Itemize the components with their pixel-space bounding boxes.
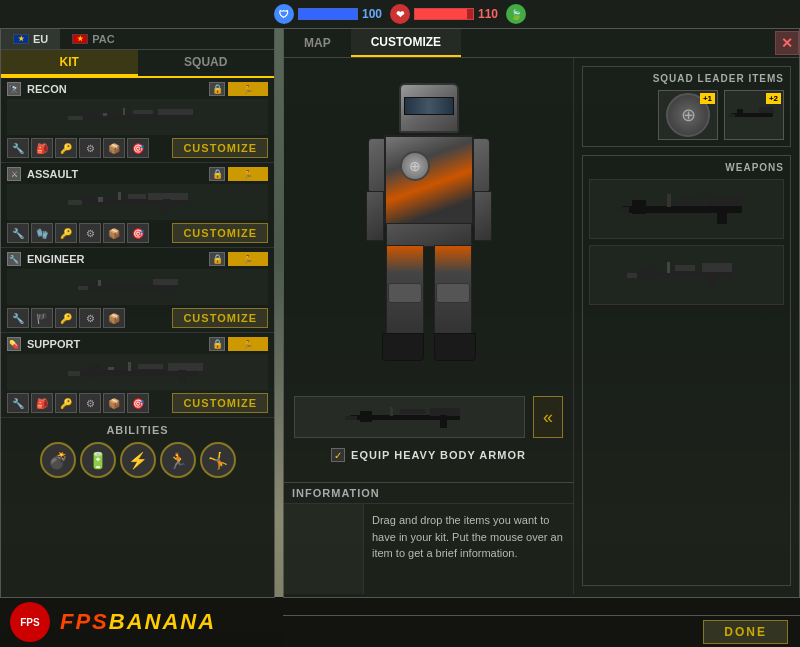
recon-customize-btn[interactable]: CUSTOMIZE [172, 138, 268, 158]
tab-map[interactable]: MAP [284, 30, 351, 56]
engineer-item-2[interactable]: 🏴 [31, 308, 53, 328]
svg-rect-34 [390, 407, 393, 416]
engineer-item-5[interactable]: 📦 [103, 308, 125, 328]
engineer-run-icon: 🏃 [243, 255, 253, 264]
squad-item-2[interactable]: +2 [724, 90, 784, 140]
support-item-2[interactable]: 🎒 [31, 393, 53, 413]
weapon-arrows-control[interactable]: « [533, 396, 563, 438]
engineer-weapon-svg [78, 275, 198, 299]
svg-rect-38 [737, 109, 743, 117]
weapon-selection-area: « [294, 396, 563, 438]
engineer-item-3[interactable]: 🔑 [55, 308, 77, 328]
ability-1[interactable]: 💣 [40, 442, 76, 478]
close-button[interactable]: ✕ [775, 31, 799, 55]
ability-3[interactable]: ⚡ [120, 442, 156, 478]
assault-run-icon: 🏃 [243, 170, 253, 179]
support-item-6[interactable]: 🎯 [127, 393, 149, 413]
svg-rect-16 [153, 279, 178, 285]
support-header: 💊 SUPPORT 🔒 🏃 [7, 337, 268, 351]
char-area: ⊕ [284, 58, 574, 594]
char-knee-left [388, 283, 422, 303]
engineer-name: ENGINEER [27, 253, 203, 265]
tab-squad[interactable]: SQUAD [138, 50, 275, 76]
recon-section: 🔭 RECON 🔒 🏃 🔧 🎒 🔑 [1, 78, 274, 163]
svg-rect-19 [163, 285, 169, 295]
svg-rect-53 [675, 265, 695, 271]
char-knee-right [436, 283, 470, 303]
support-status: 🔒 🏃 [209, 337, 268, 351]
recon-header: 🔭 RECON 🔒 🏃 [7, 82, 268, 96]
svg-rect-9 [83, 196, 93, 206]
assault-header: ⚔ ASSAULT 🔒 🏃 [7, 167, 268, 181]
engineer-customize-btn[interactable]: CUSTOMIZE [172, 308, 268, 328]
char-arm-right [474, 191, 492, 241]
assault-item-1[interactable]: 🔧 [7, 223, 29, 243]
faction-tabs: ★ EU ★ PAC [1, 29, 274, 50]
engineer-icon: 🔧 [7, 252, 21, 266]
faction-eu-tab[interactable]: ★ EU [1, 29, 60, 49]
items-panel: SQUAD LEADER ITEMS ⊕ +1 +2 [574, 58, 799, 594]
squad-badge-count: +1 [700, 93, 715, 104]
svg-rect-10 [98, 197, 103, 202]
support-customize-btn[interactable]: CUSTOMIZE [172, 393, 268, 413]
ability-5[interactable]: 🤸 [200, 442, 236, 478]
done-bar: DONE [283, 615, 800, 647]
svg-rect-18 [78, 286, 88, 290]
leaf-icon: 🍃 [506, 4, 526, 24]
ammo-bar [414, 8, 474, 20]
selected-weapon-box[interactable] [294, 396, 525, 438]
recon-name: RECON [27, 83, 203, 95]
support-item-4[interactable]: ⚙ [79, 393, 101, 413]
recon-status: 🔒 🏃 [209, 82, 268, 96]
svg-rect-49 [639, 266, 651, 280]
support-item-3[interactable]: 🔑 [55, 393, 77, 413]
support-item-5[interactable]: 📦 [103, 393, 125, 413]
info-title: INFORMATION [284, 483, 574, 504]
tab-kit[interactable]: KIT [1, 50, 138, 76]
assault-item-4[interactable]: ⚙ [79, 223, 101, 243]
svg-rect-39 [729, 114, 735, 117]
weapon-slot-1[interactable] [589, 179, 784, 239]
done-button[interactable]: DONE [703, 620, 788, 644]
svg-rect-8 [148, 193, 188, 200]
recon-item-3[interactable]: 🔑 [55, 138, 77, 158]
weapon-1-svg [617, 184, 757, 234]
svg-rect-12 [118, 192, 121, 200]
equip-armor-checkbox[interactable]: ✓ [331, 448, 345, 462]
recon-item-1[interactable]: 🔧 [7, 138, 29, 158]
assault-item-3[interactable]: 🔑 [55, 223, 77, 243]
tab-customize[interactable]: CUSTOMIZE [351, 29, 461, 57]
engineer-icons-row: 🔧 🏴 🔑 ⚙ 📦 CUSTOMIZE [7, 308, 268, 328]
recon-item-4[interactable]: ⚙ [79, 138, 101, 158]
engineer-item-4[interactable]: ⚙ [79, 308, 101, 328]
squad-leader-section: SQUAD LEADER ITEMS ⊕ +1 +2 [582, 66, 791, 147]
assault-item-5[interactable]: 📦 [103, 223, 125, 243]
recon-icon: 🔭 [7, 82, 21, 96]
recon-item-5[interactable]: 📦 [103, 138, 125, 158]
svg-rect-5 [123, 108, 125, 115]
squad-item-badge[interactable]: ⊕ +1 [658, 90, 718, 140]
ability-4[interactable]: 🏃 [160, 442, 196, 478]
svg-rect-23 [86, 365, 100, 377]
assault-item-2[interactable]: 🧤 [31, 223, 53, 243]
svg-rect-37 [759, 107, 774, 113]
ability-2[interactable]: 🔋 [80, 442, 116, 478]
svg-rect-2 [88, 111, 96, 120]
recon-run-icon: 🏃 [243, 85, 253, 94]
assault-item-6[interactable]: 🎯 [127, 223, 149, 243]
assault-icons-row: 🔧 🧤 🔑 ⚙ 📦 🎯 CUSTOMIZE [7, 223, 268, 243]
support-item-1[interactable]: 🔧 [7, 393, 29, 413]
recon-item-6[interactable]: 🎯 [127, 138, 149, 158]
engineer-item-1[interactable]: 🔧 [7, 308, 29, 328]
weapon-slot-2[interactable] [589, 245, 784, 305]
svg-rect-20 [98, 280, 101, 286]
assault-lock-icon: 🔒 [209, 167, 225, 181]
svg-rect-41 [707, 196, 742, 206]
left-panel: ★ EU ★ PAC KIT SQUAD 🔭 RECON 🔒 🏃 [0, 28, 275, 598]
abilities-section: ABILITIES 💣 🔋 ⚡ 🏃 🤸 [1, 418, 274, 484]
recon-item-2[interactable]: 🎒 [31, 138, 53, 158]
assault-customize-btn[interactable]: CUSTOMIZE [172, 223, 268, 243]
faction-pac-tab[interactable]: ★ PAC [60, 29, 126, 49]
recon-weapon-svg [68, 103, 208, 131]
char-torso [384, 135, 474, 225]
